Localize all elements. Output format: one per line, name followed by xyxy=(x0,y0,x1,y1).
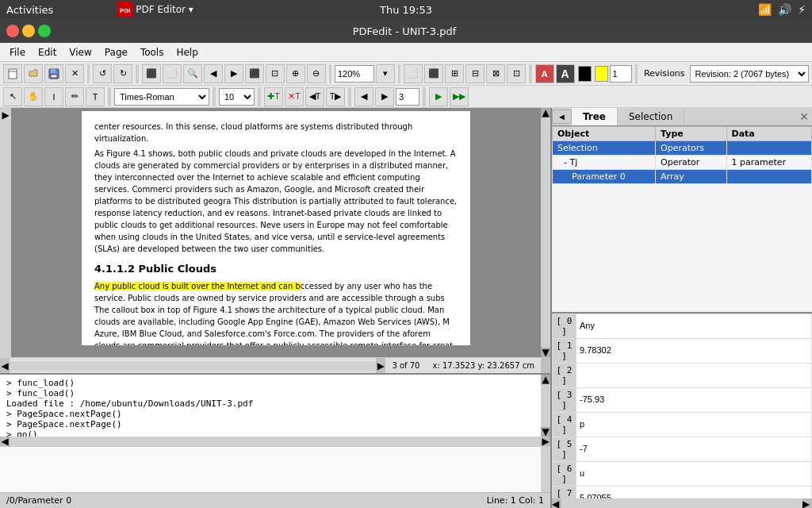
revision-select[interactable]: Revision: 2 (7067 bytes) xyxy=(690,65,809,83)
param-value-3[interactable] xyxy=(576,387,812,412)
hscroll-right[interactable]: ▶ xyxy=(376,358,385,374)
vscroll-up[interactable]: ▲ xyxy=(541,108,550,117)
param-row-6[interactable]: [ 6 ] xyxy=(553,461,812,486)
param-row-3[interactable]: [ 3 ] xyxy=(553,387,812,412)
tab-selection[interactable]: Selection xyxy=(618,108,684,125)
input-vscroll[interactable] xyxy=(541,447,550,492)
remove-text-btn[interactable]: ✕T xyxy=(285,87,304,106)
tb-btn-14[interactable]: ⊞ xyxy=(445,64,464,83)
param-hscroll[interactable]: ◀ ▶ xyxy=(552,498,812,508)
param-value-7[interactable] xyxy=(576,486,812,498)
tb2-btn-5[interactable]: T xyxy=(86,87,105,106)
param-input-0[interactable] xyxy=(580,321,808,330)
console-hscrollbar[interactable] xyxy=(10,437,541,446)
console-hscroll-area[interactable]: ◀ ▶ xyxy=(0,437,550,446)
tb-number-input[interactable] xyxy=(610,65,632,83)
close-file-button[interactable]: ✕ xyxy=(65,64,84,83)
text-right-btn[interactable]: T▶ xyxy=(326,87,345,106)
tb-btn-15[interactable]: ⊟ xyxy=(465,64,485,83)
tb-btn-16[interactable]: ⊠ xyxy=(486,64,505,83)
window-maximize-button[interactable] xyxy=(38,25,51,37)
font-size-select[interactable]: 10 xyxy=(219,88,255,106)
activities-label[interactable]: Activities xyxy=(6,4,53,16)
vscroll-down[interactable]: ▼ xyxy=(541,348,550,357)
param-value-4[interactable] xyxy=(576,412,812,437)
tb-btn-9[interactable]: ⊡ xyxy=(266,64,285,83)
next-content-btn[interactable]: ▶▶ xyxy=(450,87,469,106)
console-input[interactable] xyxy=(0,447,541,492)
menu-page[interactable]: Page xyxy=(98,45,134,60)
tree-row-selection[interactable]: Selection Operators xyxy=(553,141,812,156)
tree-row-tj[interactable]: - Tj Operator 1 parameter xyxy=(553,156,812,170)
window-minimize-button[interactable] xyxy=(22,25,35,37)
param-input-3[interactable] xyxy=(580,394,808,404)
window-close-button[interactable] xyxy=(6,25,19,37)
open-button[interactable] xyxy=(24,64,43,83)
pdf-vscroll[interactable]: ▲ ▼ xyxy=(541,108,550,357)
param-row-1[interactable]: [ 1 ] xyxy=(553,338,812,363)
zoom-dropdown-btn[interactable]: ▾ xyxy=(376,64,395,83)
pdf-highlight[interactable]: Any public cloud is built over the Inter… xyxy=(94,282,301,291)
console-scroll-up[interactable]: ▲ xyxy=(541,375,550,384)
param-input-2[interactable] xyxy=(580,370,808,379)
new-button[interactable] xyxy=(3,64,22,83)
cursor-tool[interactable]: ↖ xyxy=(3,87,22,106)
redo-button[interactable]: ↻ xyxy=(113,64,132,83)
param-hscrollbar[interactable] xyxy=(561,498,802,508)
edit-tool[interactable]: ✏ xyxy=(65,87,84,106)
tb-btn-7[interactable]: ▶ xyxy=(224,64,243,83)
undo-button[interactable]: ↺ xyxy=(93,64,112,83)
tb-btn-18[interactable]: A xyxy=(535,64,554,83)
param-input-6[interactable] xyxy=(580,468,808,478)
param-hscroll-left[interactable]: ◀ xyxy=(552,498,561,508)
menu-help[interactable]: Help xyxy=(170,45,204,60)
param-input-7[interactable] xyxy=(580,493,808,498)
menu-tools[interactable]: Tools xyxy=(134,45,170,60)
param-input-5[interactable] xyxy=(580,444,808,453)
app-name[interactable]: PDF Editor ▾ xyxy=(136,4,193,15)
prev-content-btn[interactable]: ▶ xyxy=(429,87,448,106)
param-row-4[interactable]: [ 4 ] xyxy=(553,412,812,437)
font-select[interactable]: Times-Roman xyxy=(114,88,209,106)
console-hscroll-left[interactable]: ◀ xyxy=(0,437,10,446)
tb-btn-8[interactable]: ⬛ xyxy=(245,64,264,83)
color-yellow[interactable] xyxy=(595,66,608,82)
tb-btn-5[interactable]: 🔍 xyxy=(183,64,202,83)
param-input-1[interactable] xyxy=(580,345,808,355)
console-hscroll-right[interactable]: ▶ xyxy=(541,437,550,446)
tb-btn-11[interactable]: ⊖ xyxy=(307,64,326,83)
param-row-0[interactable]: [ 0 ] xyxy=(553,314,812,338)
add-text-btn[interactable]: ✚T xyxy=(264,87,283,106)
param-value-1[interactable] xyxy=(576,338,812,363)
zoom-input[interactable] xyxy=(335,65,374,83)
param-hscroll-right[interactable]: ▶ xyxy=(802,498,812,508)
prev-page-btn[interactable]: ◀ xyxy=(354,87,373,106)
param-value-2[interactable] xyxy=(576,363,812,387)
menu-file[interactable]: File xyxy=(3,45,32,60)
next-page-btn[interactable]: ▶ xyxy=(375,87,394,106)
page-number-input[interactable] xyxy=(396,88,419,106)
param-row-5[interactable]: [ 5 ] xyxy=(553,437,812,461)
tb-btn-12[interactable]: ⬜ xyxy=(404,64,423,83)
panel-nav-btn[interactable]: ◄ xyxy=(552,110,572,124)
save-button[interactable] xyxy=(44,64,63,83)
param-row-7[interactable]: [ 7 ] xyxy=(553,486,812,498)
tb-btn-4[interactable]: ⬜ xyxy=(163,64,182,83)
text-left-btn[interactable]: ◀T xyxy=(305,87,324,106)
left-nav-arrow[interactable]: ▶ xyxy=(0,108,11,357)
menu-edit[interactable]: Edit xyxy=(32,45,63,60)
menu-view[interactable]: View xyxy=(63,45,98,60)
param-value-6[interactable] xyxy=(576,461,812,486)
tb-btn-6[interactable]: ◀ xyxy=(204,64,223,83)
param-input-4[interactable] xyxy=(580,419,808,429)
param-value-0[interactable] xyxy=(576,314,812,338)
color-black[interactable] xyxy=(578,66,592,82)
hand-tool[interactable]: ✋ xyxy=(24,87,43,106)
tb-btn-3[interactable]: ⬛ xyxy=(142,64,161,83)
console-vscroll[interactable]: ▲ ▼ xyxy=(541,375,550,437)
param-value-5[interactable] xyxy=(576,437,812,461)
tb-btn-19[interactable]: A xyxy=(556,64,575,83)
tree-row-param0[interactable]: Parameter 0 Array xyxy=(553,170,812,184)
tab-tree[interactable]: Tree xyxy=(572,108,618,125)
tb-btn-17[interactable]: ⊡ xyxy=(507,64,526,83)
